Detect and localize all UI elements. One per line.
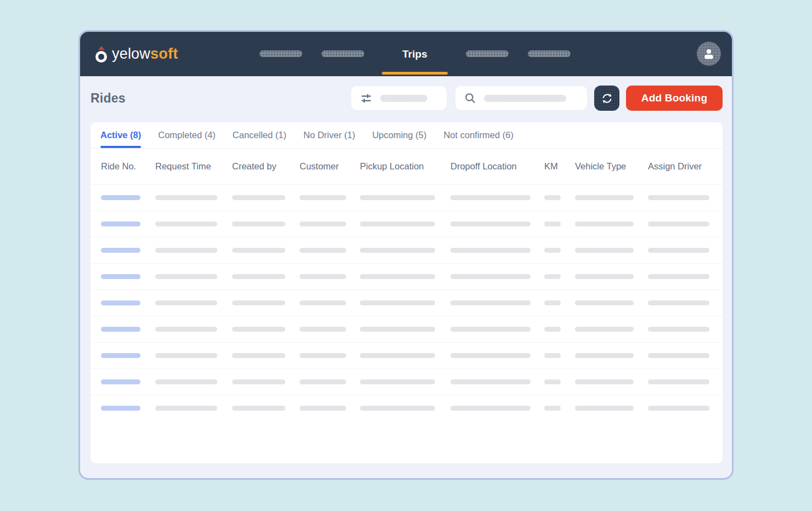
- cell-skeleton-pill: [450, 379, 531, 384]
- cell-skeleton-pill: [648, 195, 709, 200]
- cell-skeleton-pill: [101, 353, 140, 358]
- cell-skeleton-pill: [544, 248, 561, 253]
- nav-item-placeholder-4[interactable]: [528, 50, 571, 57]
- cell-skeleton-pill: [155, 379, 217, 384]
- cell-skeleton-pill: [575, 195, 634, 200]
- table-row: [91, 263, 723, 289]
- table-row: [91, 211, 723, 237]
- cell-skeleton-pill: [450, 222, 531, 226]
- brand-logo-icon: [95, 46, 107, 63]
- sync-icon: [600, 92, 614, 105]
- cell-skeleton-pill: [360, 248, 435, 253]
- cell-skeleton-pill: [360, 195, 435, 200]
- cell-skeleton-pill: [648, 379, 709, 384]
- column-header-request-time: Request Time: [155, 161, 232, 172]
- brand-logo[interactable]: yelowsoft: [95, 32, 178, 76]
- status-tabs: Active (8)Completed (4)Cancelled (1)No D…: [91, 122, 723, 149]
- cell-skeleton-pill: [300, 248, 346, 253]
- filter-input[interactable]: [351, 86, 447, 110]
- cell-skeleton-pill: [155, 327, 217, 332]
- nav-item-trips[interactable]: Trips: [382, 32, 448, 76]
- brand-name-suffix: soft: [150, 46, 178, 62]
- table-row: [91, 368, 723, 395]
- search-input[interactable]: [455, 86, 587, 110]
- cell-skeleton-pill: [648, 274, 709, 279]
- table-body: [91, 184, 723, 421]
- cell-skeleton-pill: [155, 274, 217, 279]
- brand-name-prefix: yelow: [112, 46, 150, 62]
- cell-skeleton-pill: [360, 327, 435, 332]
- cell-skeleton-pill: [544, 327, 561, 332]
- cell-skeleton-pill: [300, 300, 346, 305]
- column-header-pickup-location: Pickup Location: [360, 161, 450, 172]
- add-booking-button[interactable]: Add Booking: [626, 86, 723, 111]
- table-row: [91, 316, 723, 342]
- nav-item-placeholder-2[interactable]: [322, 50, 364, 57]
- cell-skeleton-pill: [232, 406, 285, 411]
- brand-name: yelowsoft: [112, 46, 178, 63]
- cell-skeleton-pill: [101, 327, 140, 332]
- table-header-row: Ride No.Request TimeCreated byCustomerPi…: [91, 149, 723, 184]
- cell-skeleton-pill: [101, 195, 140, 200]
- user-icon: [702, 47, 716, 61]
- cell-skeleton-pill: [544, 195, 561, 200]
- cell-skeleton-pill: [450, 195, 531, 200]
- tab-not-confirmed-6[interactable]: Not confirmed (6): [443, 122, 513, 148]
- app-window: yelowsoft Trips Rides: [78, 30, 734, 480]
- sliders-icon: [360, 92, 373, 105]
- cell-skeleton-pill: [544, 406, 561, 411]
- filter-placeholder-skeleton: [380, 95, 427, 102]
- cell-skeleton-pill: [155, 406, 217, 411]
- table-row: [91, 289, 723, 316]
- refresh-button[interactable]: [594, 86, 619, 111]
- top-navbar: yelowsoft Trips: [80, 32, 732, 76]
- cell-skeleton-pill: [300, 274, 346, 279]
- cell-skeleton-pill: [648, 300, 709, 305]
- tab-cancelled-1[interactable]: Cancelled (1): [233, 122, 286, 148]
- cell-skeleton-pill: [450, 406, 531, 411]
- cell-skeleton-pill: [155, 248, 217, 253]
- cell-skeleton-pill: [648, 327, 709, 332]
- cell-skeleton-pill: [360, 379, 435, 384]
- cell-skeleton-pill: [101, 300, 140, 305]
- cell-skeleton-pill: [300, 379, 346, 384]
- cell-skeleton-pill: [300, 327, 346, 332]
- nav-item-placeholder-3[interactable]: [466, 50, 509, 57]
- search-placeholder-skeleton: [484, 95, 566, 102]
- logo-ring-icon: [95, 51, 107, 63]
- cell-skeleton-pill: [575, 300, 634, 305]
- cell-skeleton-pill: [575, 353, 634, 358]
- cell-skeleton-pill: [450, 327, 531, 332]
- nav-item-placeholder-1[interactable]: [260, 50, 302, 57]
- cell-skeleton-pill: [232, 274, 285, 279]
- cell-skeleton-pill: [232, 222, 285, 226]
- cell-skeleton-pill: [450, 248, 531, 253]
- cell-skeleton-pill: [360, 300, 435, 305]
- cell-skeleton-pill: [360, 222, 435, 226]
- cell-skeleton-pill: [155, 222, 217, 226]
- tab-completed-4[interactable]: Completed (4): [158, 122, 216, 148]
- cell-skeleton-pill: [450, 300, 531, 305]
- cell-skeleton-pill: [544, 300, 561, 305]
- rides-table-card: Active (8)Completed (4)Cancelled (1)No D…: [91, 122, 723, 463]
- tab-no-driver-1[interactable]: No Driver (1): [303, 122, 355, 148]
- cell-skeleton-pill: [360, 274, 435, 279]
- cell-skeleton-pill: [101, 248, 140, 253]
- cell-skeleton-pill: [575, 379, 634, 384]
- cell-skeleton-pill: [575, 406, 634, 411]
- cell-skeleton-pill: [101, 222, 140, 226]
- cell-skeleton-pill: [544, 222, 561, 226]
- user-avatar[interactable]: [697, 42, 721, 66]
- nav-active-underline: [382, 72, 448, 75]
- cell-skeleton-pill: [232, 327, 285, 332]
- cell-skeleton-pill: [155, 353, 217, 358]
- cell-skeleton-pill: [575, 327, 634, 332]
- tab-upcoming-5[interactable]: Upcoming (5): [372, 122, 426, 148]
- tab-active-8[interactable]: Active (8): [100, 122, 141, 148]
- column-header-vehicle-type: Vehicle Type: [575, 161, 648, 172]
- cell-skeleton-pill: [544, 379, 561, 384]
- cell-skeleton-pill: [232, 195, 285, 200]
- column-header-customer: Customer: [300, 161, 360, 172]
- cell-skeleton-pill: [360, 353, 435, 358]
- cell-skeleton-pill: [648, 406, 709, 411]
